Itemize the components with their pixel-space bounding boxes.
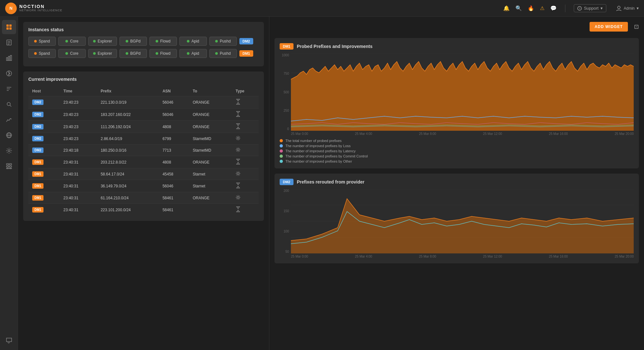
sidebar-item-routing[interactable] [2,66,16,80]
table-row: DM123:40:31203.212.8.0/224808ORANGE [28,156,259,168]
fire-icon[interactable]: 🔥 [528,5,534,11]
svg-rect-15 [10,55,12,61]
sidebar-item-chat[interactable] [2,333,16,347]
service-btn-explorer-dm1[interactable]: Explorer [88,49,117,58]
sidebar-item-sort[interactable] [2,82,16,96]
chart1-badge: DM1 [280,43,293,50]
cell-asn: 56046 [159,180,189,192]
svg-rect-31 [6,168,9,169]
chart2-svg-area [291,189,634,253]
cell-type [232,180,259,192]
host-badge: DM1 [32,207,43,213]
svg-rect-13 [6,58,8,61]
bell-icon[interactable]: 🔔 [503,5,510,11]
cell-prefix: 183.207.160.0/22 [97,109,159,121]
cell-type [232,109,259,121]
cell-time: 23:40:23 [60,96,97,109]
table-row: DM123:40:3158.64.17.0/2445458Starnet [28,168,259,180]
topnav-icons: 🔔 🔍 🔥 ⚠ 💬 ? Support ▾ Admin ▾ [503,4,639,12]
service-btn-bgpd-dm2[interactable]: BGPd [120,37,147,46]
user-menu[interactable]: Admin ▾ [616,5,639,11]
legend-item-loss: The number of improved prefixes by Loss [280,144,634,148]
cell-prefix: 223.101.200.0/24 [97,204,159,216]
service-btn-flowd-dm2[interactable]: Flowd [149,37,177,46]
svg-point-26 [8,150,10,152]
status-dot [34,52,37,55]
dm1-badge-row2: DM1 [239,50,253,57]
service-btn-spand-dm1[interactable]: Spand [28,49,56,58]
cell-time: 23:40:31 [60,180,97,192]
cell-host: DM1 [28,204,60,216]
sidebar-item-search[interactable] [2,97,16,111]
main-layout: Instances status Spand Core Explorer [0,17,644,350]
status-dot [126,40,128,43]
cell-asn: 4808 [159,121,189,133]
svg-rect-14 [8,56,10,61]
svg-text:N: N [9,6,12,11]
logo-name: NOCTION [19,4,62,9]
chart2-x-labels: 25 Mar 0:00 25 Mar 4:00 25 Mar 8:00 25 M… [280,255,634,258]
service-btn-flowd-dm1[interactable]: Flowd [149,49,177,58]
service-btn-apid-dm1[interactable]: Apid [179,49,207,58]
cell-type [232,145,259,156]
table-row: DM123:40:3161.164.210.0/2458461ORANGE [28,192,259,204]
support-button[interactable]: ? Support ▾ [574,4,606,12]
table-row: DM223:40:232.86.64.0/196799StarnetMD [28,133,259,145]
support-chevron: ▾ [601,6,603,11]
search-icon[interactable]: 🔍 [515,5,522,11]
nav-separator [565,5,565,12]
sidebar-item-reports[interactable] [2,35,16,50]
svg-point-34 [237,149,239,151]
svg-rect-7 [6,27,9,30]
chart1-wrapper: 1000 750 500 250 0 [280,53,634,131]
col-time: Time [60,86,97,96]
cell-asn: 45458 [159,168,189,180]
current-improvements-title: Current improvements [28,77,259,82]
col-to: To [189,86,232,96]
sidebar-item-advanced[interactable] [2,159,16,173]
svg-rect-27 [6,164,9,165]
cell-host: DM1 [28,180,60,192]
svg-point-36 [237,196,239,198]
chat-icon[interactable]: 💬 [550,5,557,11]
chart2-header: DM2 Prefixes rerouted from provider [280,179,634,185]
cell-time: 23:40:18 [60,145,97,156]
sidebar-item-settings[interactable] [2,144,16,158]
add-widget-button[interactable]: ADD WIDGET [590,22,628,32]
legend-dot-blue [280,144,283,147]
service-btn-core-dm1[interactable]: Core [58,49,86,58]
cell-host: DM2 [28,109,60,121]
table-row: DM223:40:23183.207.160.0/2256046ORANGE [28,109,259,121]
cell-host: DM1 [28,192,60,204]
logo-text: NOCTION NETWORK INTELLIGENCE [19,4,62,12]
service-btn-explorer-dm2[interactable]: Explorer [88,37,117,46]
sidebar-item-dashboard[interactable] [2,20,16,34]
username: Admin [624,6,635,11]
warning-icon[interactable]: ⚠ [540,5,544,11]
service-btn-bgpd-dm1[interactable]: BGPd [120,49,147,58]
chart2-badge: DM2 [280,179,293,185]
sidebar-item-globe[interactable] [2,128,16,142]
service-btn-spand-dm2[interactable]: Spand [28,37,56,46]
cell-host: DM1 [28,156,60,168]
cell-asn: 4808 [159,156,189,168]
service-btn-apid-dm2[interactable]: Apid [179,37,207,46]
cell-to: Starnet [189,168,232,180]
sidebar-item-trends[interactable] [2,113,16,127]
cell-time: 23:40:31 [60,204,97,216]
service-btn-core-dm2[interactable]: Core [58,37,86,46]
cell-type [232,96,259,109]
chart-rerouted: DM2 Prefixes rerouted from provider 200 … [274,174,639,263]
svg-line-22 [10,105,11,107]
cell-to: ORANGE [189,96,232,109]
cell-asn: 6799 [159,133,189,145]
service-btn-pushd-dm2[interactable]: Pushd [209,37,237,46]
sidebar-item-charts[interactable] [2,51,16,65]
svg-point-35 [237,173,239,175]
host-badge: DM2 [32,147,43,153]
cell-prefix: 180.250.0.0/16 [97,145,159,156]
chart1-header: DM1 Probed Prefixes and Improvements [280,43,634,50]
status-dot [156,40,158,43]
layout-icon[interactable]: ⊡ [634,23,639,30]
service-btn-pushd-dm1[interactable]: Pushd [209,49,237,58]
